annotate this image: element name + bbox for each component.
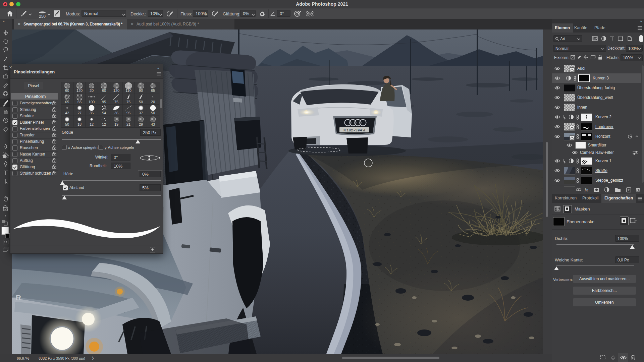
svg-text:65: 65 [77,100,82,104]
svg-text:20: 20 [90,88,94,93]
svg-text:120: 120 [76,88,83,93]
svg-text:43: 43 [151,122,155,126]
svg-text:75: 75 [126,100,130,104]
svg-text:54: 54 [102,111,106,115]
svg-text:120: 120 [113,88,119,93]
svg-text:42: 42 [65,111,69,115]
svg-text:95: 95 [102,100,106,104]
svg-text:12: 12 [90,122,94,126]
svg-text:12: 12 [102,122,106,126]
svg-text:95: 95 [126,111,130,115]
svg-text:R: R [16,294,21,302]
svg-text:110: 110 [125,88,131,93]
svg-text:27: 27 [77,111,82,115]
svg-text:fx: fx [585,187,588,192]
svg-text:75: 75 [114,100,118,104]
svg-text:50: 50 [65,122,69,126]
svg-text:60: 60 [102,88,106,93]
svg-text:65: 65 [151,88,155,93]
svg-text:N 182-394 W: N 182-394 W [343,128,365,132]
svg-text:100: 100 [89,100,95,104]
svg-text:19: 19 [114,122,118,126]
svg-text:50: 50 [139,100,143,104]
svg-text:29: 29 [139,122,143,126]
svg-text:50: 50 [151,111,155,115]
svg-text:60: 60 [65,88,69,93]
svg-text:37: 37 [139,111,143,115]
svg-text:36: 36 [114,111,118,115]
svg-text:90: 90 [139,88,143,93]
svg-text:35: 35 [90,111,94,115]
svg-text:65: 65 [65,100,69,104]
svg-text:18: 18 [77,122,82,126]
svg-text:20: 20 [151,100,155,104]
svg-text:21: 21 [126,122,130,126]
